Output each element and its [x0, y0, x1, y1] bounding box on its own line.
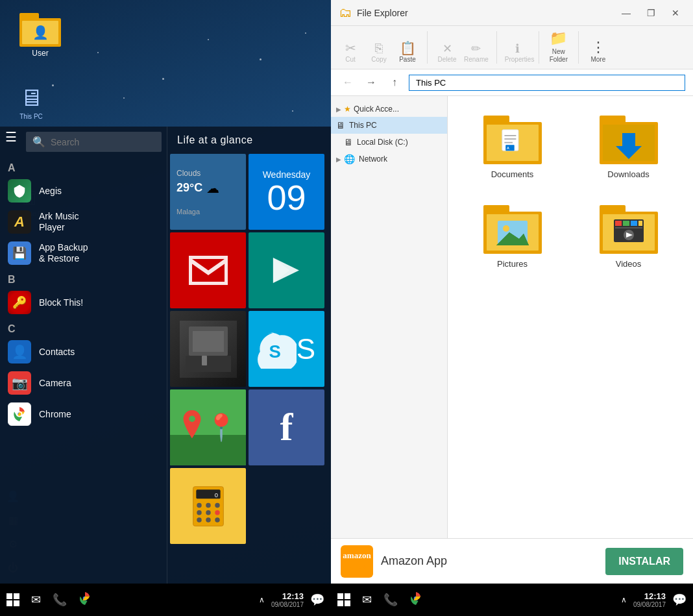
right-taskbar-left: ✉ 📞 [337, 592, 422, 608]
network-label: Network [359, 154, 387, 164]
cut-label: Cut [345, 56, 356, 64]
forward-button[interactable]: → [362, 73, 380, 92]
app-item-ark-music[interactable]: A Ark MusicPlayer [0, 206, 167, 238]
calendar-day-num: 09 [267, 180, 306, 215]
chrome-icon [8, 402, 31, 426]
rename-button[interactable]: ✏ Rename [464, 43, 489, 64]
section-c: C [0, 318, 167, 336]
taskbar-right-area: ∧ 12:13 09/08/2017 💬 [259, 591, 324, 608]
camera-tile-dark[interactable] [170, 311, 246, 387]
file-explorer-icon: 🗂 [339, 5, 352, 20]
downloads-folder[interactable]: Downloads [577, 109, 680, 186]
app-item-aegis[interactable]: Aegis [0, 175, 167, 206]
taskbar-chrome-icon[interactable] [79, 592, 91, 608]
delete-label: Delete [438, 56, 457, 64]
properties-icon: ℹ [515, 43, 520, 55]
app-backup-name: App Backup& Restore [39, 242, 88, 264]
ribbon-separator-1 [427, 31, 428, 64]
nav-pane: ▶ ★ Quick Acce... 🖥 This PC 🖥 Local Disk… [331, 96, 448, 572]
weather-location: Malaga [176, 208, 200, 216]
right-email-icon[interactable]: ✉ [362, 593, 372, 607]
more-icon: ⋮ [591, 40, 605, 55]
right-message-icon[interactable]: 💬 [672, 593, 687, 607]
close-button[interactable]: ✕ [666, 3, 685, 23]
delete-icon: ✕ [443, 43, 452, 55]
ad-banner: amazon Amazon App INSTALAR [331, 538, 693, 584]
amazon-logo: amazon [341, 545, 373, 578]
install-button[interactable]: INSTALAR [605, 548, 683, 575]
ad-text: Amazon App [381, 554, 598, 568]
copy-button[interactable]: ⎘ Copy [367, 42, 391, 64]
address-input[interactable] [409, 75, 685, 91]
app-item-block-this[interactable]: 🔑 Block This! [0, 287, 167, 318]
ribbon-separator-2 [496, 31, 497, 64]
documents-label: Documents [491, 169, 534, 179]
block-this-icon: 🔑 [8, 291, 31, 314]
taskbar-phone-icon[interactable]: 📞 [53, 593, 67, 607]
start-menu: ☰ 🔍 A Aegis A Ark Mus [0, 127, 331, 616]
network-icon: 🌐 [344, 154, 355, 164]
left-taskbar: ✉ 📞 ∧ 12:13 09/08/2017 💬 [0, 584, 331, 616]
properties-button[interactable]: ℹ Properties [505, 43, 531, 64]
right-chevron-up[interactable]: ∧ [621, 595, 627, 604]
right-taskbar-date: 09/08/2017 [633, 601, 666, 608]
nav-network[interactable]: ▶ 🌐 Network [331, 151, 447, 167]
play-store-tile[interactable] [249, 232, 324, 308]
window-title: File Explorer [357, 8, 616, 18]
pictures-folder[interactable]: Pictures [461, 199, 564, 275]
svg-rect-31 [631, 221, 637, 226]
search-input[interactable] [51, 137, 155, 147]
gmail-tile[interactable] [170, 232, 246, 308]
skype-tile[interactable]: S S [249, 311, 324, 387]
right-windows-btn[interactable] [337, 593, 350, 606]
videos-folder[interactable]: Videos [577, 199, 680, 275]
more-button[interactable]: ⋮ More [587, 40, 610, 64]
menu-toggle[interactable]: ☰ [5, 129, 17, 145]
maximize-button[interactable]: ❐ [641, 3, 661, 23]
svg-point-13 [197, 517, 201, 522]
app-item-contacts[interactable]: 👤 Contacts [0, 336, 167, 367]
delete-button[interactable]: ✕ Delete [435, 43, 459, 64]
paste-button[interactable]: 📋 Paste [396, 42, 419, 64]
section-b: B [0, 269, 167, 287]
quick-access-label: Quick Acce... [354, 105, 399, 114]
right-chrome-icon[interactable] [409, 592, 422, 608]
search-bar[interactable]: 🔍 [26, 132, 162, 152]
cut-button[interactable]: ✂ Cut [339, 42, 362, 64]
new-folder-button[interactable]: 📁 NewFolder [547, 30, 570, 64]
app-item-chrome[interactable]: Chrome [0, 399, 167, 430]
weather-temp: 29°C [176, 181, 202, 195]
app-item-camera[interactable]: 📷 Camera [0, 367, 167, 399]
minimize-button[interactable]: — [616, 3, 636, 23]
right-phone-icon[interactable]: 📞 [383, 593, 398, 607]
right-panel: 🗂 File Explorer — ❐ ✕ ✂ Cut ⎘ Copy 📋 Pas… [331, 0, 693, 616]
user-icon-area[interactable]: 👤 User [19, 13, 61, 58]
nav-local-disk[interactable]: 🖥 Local Disk (C:) [331, 134, 447, 151]
taskbar-chevron-up[interactable]: ∧ [259, 595, 265, 604]
documents-folder[interactable]: A Documents [461, 109, 564, 186]
network-arrow: ▶ [336, 156, 341, 163]
nav-this-pc[interactable]: 🖥 This PC [331, 117, 447, 134]
ribbon-separator-3 [539, 31, 539, 64]
taskbar-email-icon[interactable]: ✉ [31, 593, 41, 607]
taskbar-message-icon[interactable]: 💬 [310, 593, 324, 607]
back-button[interactable]: ← [339, 73, 357, 92]
downloads-folder-icon [600, 116, 658, 164]
calendar-tile[interactable]: Wednesday 09 [249, 154, 324, 230]
rename-label: Rename [464, 56, 489, 64]
weather-tile[interactable]: Clouds 29°C ☁ Malaga [170, 154, 246, 230]
maps-tile[interactable]: 📍 [170, 389, 246, 465]
svg-text:S: S [269, 341, 280, 361]
windows-start-btn[interactable] [6, 593, 19, 606]
properties-label: Properties [505, 56, 531, 64]
up-button[interactable]: ↑ [385, 73, 404, 92]
nav-quick-access[interactable]: ▶ ★ Quick Acce... [331, 101, 447, 117]
facebook-tile[interactable]: f [249, 389, 324, 465]
weather-icon: ☁ [206, 180, 219, 196]
more-label: More [590, 56, 605, 64]
this-pc-icon[interactable]: 🖥 This PC [19, 84, 43, 120]
taskbar-clock: 12:13 09/08/2017 [271, 591, 304, 608]
app-item-app-backup[interactable]: 💾 App Backup& Restore [0, 238, 167, 269]
svg-marker-23 [616, 133, 642, 159]
calculator-tile[interactable]: 0 [170, 468, 246, 544]
